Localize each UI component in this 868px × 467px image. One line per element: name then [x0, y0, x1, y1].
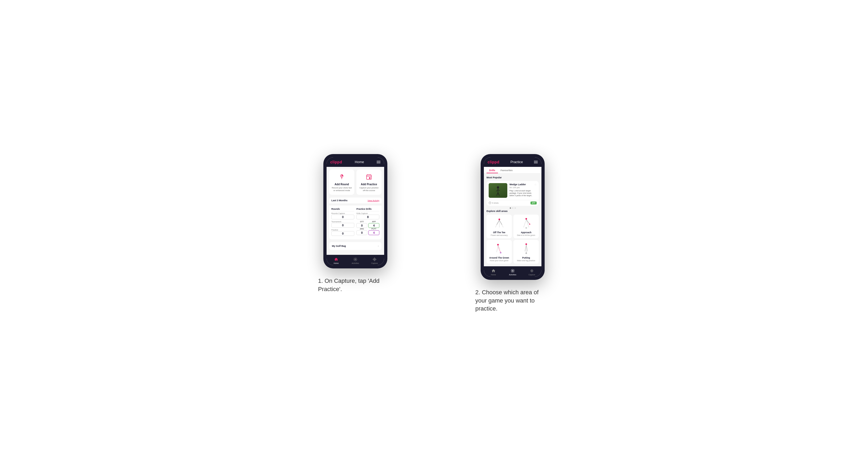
shots-info: 9 shots — [489, 201, 498, 204]
dot-1 — [510, 207, 511, 209]
nav-capture[interactable]: Capture — [365, 257, 384, 264]
add-practice-title: Add Practice — [361, 183, 377, 186]
phone1-section: clippd Home — [287, 154, 423, 293]
favourite-star-icon[interactable]: ☆ — [534, 183, 537, 186]
tournament-value: 0 — [331, 223, 354, 228]
shots-count: 9 shots — [492, 202, 498, 204]
putting-diagram — [520, 242, 533, 255]
drills-capture-label: Drills Capture — [356, 213, 379, 214]
svg-point-10 — [373, 258, 376, 261]
app-badge: APP — [530, 201, 537, 205]
rounds-title: Rounds — [331, 208, 354, 211]
phone1-header: clippd Home — [327, 157, 384, 167]
drill-title: Wedge Ladder — [509, 183, 526, 186]
stats-header: Last 3 Months View Activity — [329, 197, 381, 204]
svg-line-23 — [499, 220, 502, 225]
phone2-bottom-nav: Home Activities — [484, 266, 541, 277]
practice-item: Practice 0 — [331, 229, 354, 236]
svg-point-31 — [525, 252, 527, 254]
featured-drill-info: Wedge Ladder ☆ 50–100 yds Play 1 shot at… — [509, 183, 537, 198]
skill-areas-grid: Off The Tee Power and accuracy — [487, 215, 539, 263]
rounds-capture-value: 0 — [331, 215, 354, 219]
drill-description: Play 1 shot at each target yardage. If y… — [509, 189, 537, 197]
nav-home[interactable]: Home — [327, 257, 346, 264]
phone1-logo: clippd — [330, 160, 342, 164]
tab-drills[interactable]: Drills — [487, 167, 498, 173]
svg-point-26 — [525, 227, 527, 229]
nav-home-label: Home — [334, 262, 339, 264]
period-label: Last 3 Months — [331, 199, 348, 202]
svg-point-27 — [497, 244, 499, 246]
golf-course-background — [489, 183, 507, 198]
dot-2 — [512, 207, 514, 209]
phone2-title: Practice — [510, 160, 523, 164]
nav2-activities-label: Activities — [509, 274, 516, 276]
action-cards-row: Add Round Record your shots fast or enha… — [329, 169, 381, 195]
svg-point-9 — [374, 259, 375, 260]
practice-value: 0 — [331, 231, 354, 236]
nav2-capture-label: Capture — [529, 274, 535, 276]
nav2-home[interactable]: Home — [484, 269, 503, 276]
capture-icon — [372, 257, 377, 262]
svg-line-22 — [497, 220, 499, 225]
stats-container: Rounds Rounds Capture 0 Tournament 0 Pra… — [329, 206, 381, 239]
phone1-menu-icon[interactable] — [377, 161, 380, 164]
arg-col: ARG 0 — [356, 228, 367, 235]
add-practice-card[interactable]: + Add Practice Capture your practice off… — [356, 169, 381, 195]
golf-bag-row[interactable]: My Golf Bag › — [329, 242, 381, 250]
drill-thumbnail — [489, 183, 507, 198]
drills-title: Practice Drills — [356, 208, 379, 211]
add-round-desc: Record your shots fast or enhanced mode — [331, 187, 352, 192]
clock-icon — [489, 201, 491, 204]
svg-rect-2 — [367, 175, 371, 179]
view-activity-link[interactable]: View Activity — [368, 199, 379, 202]
flag-icon — [338, 173, 346, 181]
drills-col: Practice Drills Drills Capture 8 OTT 0 — [356, 208, 379, 237]
nav2-home-label: Home — [491, 274, 496, 276]
phone2-section: clippd Practice Drills Favourites Most P… — [445, 154, 581, 313]
phone1-title: Home — [355, 160, 364, 164]
phone1: clippd Home — [323, 154, 388, 269]
phone2-screen: clippd Practice Drills Favourites Most P… — [484, 157, 541, 277]
dot-indicators — [487, 207, 539, 209]
svg-point-18 — [498, 219, 500, 220]
putt-col: PUTT 4 — [368, 228, 379, 235]
atg-desc: Hone your short game — [490, 260, 508, 261]
add-round-card[interactable]: Add Round Record your shots fast or enha… — [329, 169, 354, 195]
nav-activities[interactable]: Activities — [346, 257, 365, 264]
svg-point-32 — [512, 270, 513, 271]
activities2-icon — [510, 269, 515, 273]
svg-point-33 — [531, 270, 532, 271]
svg-point-8 — [355, 259, 356, 260]
activities-icon — [353, 257, 358, 262]
practice-label: Practice — [331, 229, 354, 231]
svg-line-14 — [498, 189, 500, 191]
svg-point-24 — [525, 218, 527, 220]
skill-card-putting[interactable]: Putting Make and lag practice — [514, 240, 539, 263]
tab-favourites[interactable]: Favourites — [498, 167, 516, 173]
tournament-label: Tournament — [331, 221, 354, 223]
drills-capture-value: 8 — [356, 215, 379, 219]
nav2-activities[interactable]: Activities — [503, 269, 522, 276]
rounds-col: Rounds Rounds Capture 0 Tournament 0 Pra… — [331, 208, 354, 237]
nav2-capture[interactable]: Capture — [522, 269, 541, 276]
svg-line-13 — [496, 189, 498, 191]
page-wrapper: clippd Home — [287, 154, 581, 313]
skill-card-atg[interactable]: Around The Green Hone your short game — [487, 240, 512, 263]
svg-line-15 — [497, 193, 498, 196]
home-icon — [334, 257, 339, 262]
putt-value: 4 — [368, 230, 379, 235]
featured-drill-card[interactable]: Wedge Ladder ☆ 50–100 yds Play 1 shot at… — [487, 181, 539, 206]
skill-card-approach[interactable]: Approach Dial-in to hit the green — [514, 215, 539, 238]
dot-3 — [515, 207, 516, 209]
most-popular-title: Most Popular — [487, 176, 539, 179]
skill-card-ott[interactable]: Off The Tee Power and accuracy — [487, 215, 512, 238]
phone2-menu-icon[interactable] — [534, 161, 538, 164]
putting-title: Putting — [522, 256, 530, 259]
nav-capture-label: Capture — [371, 262, 378, 264]
ott-title: Off The Tee — [493, 231, 505, 234]
svg-point-34 — [530, 270, 533, 272]
ott-diagram — [493, 217, 506, 230]
nav-activities-label: Activities — [352, 262, 359, 264]
app-value: 4 — [368, 223, 379, 228]
